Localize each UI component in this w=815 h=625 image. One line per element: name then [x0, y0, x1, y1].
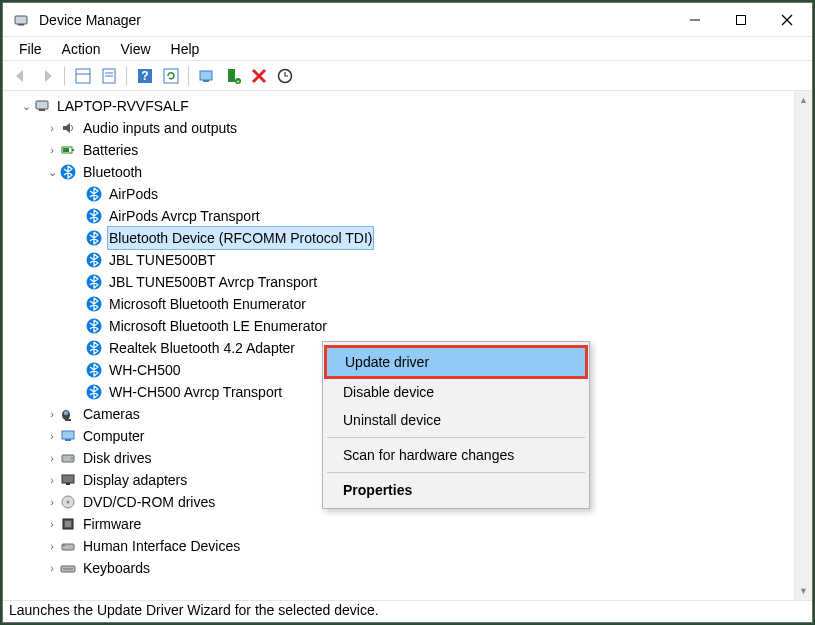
- tree-device[interactable]: AirPods: [9, 183, 794, 205]
- tree-device[interactable]: Microsoft Bluetooth Enumerator: [9, 293, 794, 315]
- svg-rect-52: [63, 545, 65, 546]
- forward-button[interactable]: [35, 64, 59, 88]
- toolbar: ? +: [3, 61, 812, 91]
- twisty-icon[interactable]: ⌄: [19, 95, 33, 117]
- bluetooth-icon: [85, 229, 103, 247]
- tree-device[interactable]: Bluetooth Device (RFCOMM Protocol TDI): [9, 227, 794, 249]
- twisty-icon[interactable]: ⌄: [45, 161, 59, 183]
- titlebar: Device Manager: [3, 3, 812, 37]
- scan-hardware-button[interactable]: [273, 64, 297, 88]
- client-area: ⌄LAPTOP-RVVFSALF›Audio inputs and output…: [3, 91, 812, 600]
- menu-action[interactable]: Action: [52, 39, 111, 59]
- menu-view[interactable]: View: [110, 39, 160, 59]
- toolbar-separator: [126, 66, 128, 86]
- tree-item-label: Batteries: [81, 139, 140, 161]
- tree-item-label: Microsoft Bluetooth Enumerator: [107, 293, 308, 315]
- install-legacy-button[interactable]: +: [221, 64, 245, 88]
- scroll-track[interactable]: [795, 109, 812, 582]
- bluetooth-icon: [85, 295, 103, 313]
- bluetooth-icon: [85, 273, 103, 291]
- svg-text:+: +: [236, 78, 240, 84]
- computer-icon: [59, 427, 77, 445]
- device-manager-window: Device Manager File Action View Help ? +…: [2, 2, 813, 623]
- vertical-scrollbar[interactable]: ▲ ▼: [794, 91, 812, 600]
- svg-rect-14: [200, 71, 212, 80]
- twisty-icon[interactable]: ›: [45, 469, 59, 491]
- tree-item-label: WH-CH500: [107, 359, 183, 381]
- window-title: Device Manager: [39, 12, 672, 28]
- tree-item-label: Firmware: [81, 513, 143, 535]
- menu-help[interactable]: Help: [161, 39, 210, 59]
- svg-point-48: [67, 501, 70, 504]
- twisty-icon[interactable]: ›: [45, 425, 59, 447]
- twisty-icon[interactable]: ›: [45, 491, 59, 513]
- twisty-icon[interactable]: ›: [45, 139, 59, 161]
- twisty-icon[interactable]: ›: [45, 557, 59, 579]
- refresh-button[interactable]: [159, 64, 183, 88]
- status-bar: Launches the Update Driver Wizard for th…: [3, 600, 812, 622]
- tree-category[interactable]: ›Keyboards: [9, 557, 794, 579]
- context-menu-item[interactable]: Update driver: [325, 346, 587, 378]
- menu-file[interactable]: File: [9, 39, 52, 59]
- svg-rect-50: [65, 521, 71, 527]
- uninstall-button[interactable]: [247, 64, 271, 88]
- tree-category[interactable]: ›Audio inputs and outputs: [9, 117, 794, 139]
- tree-item-label: AirPods Avrcp Transport: [107, 205, 262, 227]
- tree-root[interactable]: ⌄LAPTOP-RVVFSALF: [9, 95, 794, 117]
- tree-device[interactable]: JBL TUNE500BT: [9, 249, 794, 271]
- bluetooth-icon: [85, 361, 103, 379]
- app-icon: [13, 12, 29, 28]
- disk-icon: [59, 449, 77, 467]
- keyboard-icon: [59, 559, 77, 577]
- tree-item-label: Computer: [81, 425, 146, 447]
- tree-item-label: AirPods: [107, 183, 160, 205]
- context-menu-item[interactable]: Uninstall device: [325, 406, 587, 434]
- tree-item-label: Display adapters: [81, 469, 189, 491]
- toolbar-separator: [64, 66, 66, 86]
- show-hide-tree-button[interactable]: [71, 64, 95, 88]
- context-menu-item[interactable]: Properties: [325, 476, 587, 504]
- twisty-icon[interactable]: ›: [45, 513, 59, 535]
- twisty-icon[interactable]: ›: [45, 117, 59, 139]
- svg-rect-42: [65, 439, 71, 441]
- svg-rect-6: [76, 69, 90, 83]
- tree-category[interactable]: ›Firmware: [9, 513, 794, 535]
- properties-button[interactable]: [97, 64, 121, 88]
- twisty-icon[interactable]: ›: [45, 403, 59, 425]
- svg-rect-23: [39, 109, 45, 111]
- twisty-icon[interactable]: ›: [45, 447, 59, 469]
- twisty-icon[interactable]: ›: [45, 535, 59, 557]
- minimize-button[interactable]: [672, 3, 718, 36]
- tree-category[interactable]: ⌄Bluetooth: [9, 161, 794, 183]
- scroll-up-arrow[interactable]: ▲: [795, 91, 812, 109]
- battery-icon: [59, 141, 77, 159]
- tree-item-label: Disk drives: [81, 447, 153, 469]
- context-menu-item[interactable]: Scan for hardware changes: [325, 441, 587, 469]
- svg-rect-22: [36, 101, 48, 109]
- tree-item-label: Audio inputs and outputs: [81, 117, 239, 139]
- tree-category[interactable]: ›Batteries: [9, 139, 794, 161]
- tree-device[interactable]: JBL TUNE500BT Avrcp Transport: [9, 271, 794, 293]
- svg-point-44: [71, 458, 73, 460]
- tree-item-label: Human Interface Devices: [81, 535, 242, 557]
- svg-rect-13: [164, 69, 178, 83]
- update-driver-button[interactable]: [195, 64, 219, 88]
- context-menu-item[interactable]: Disable device: [325, 378, 587, 406]
- tree-device[interactable]: AirPods Avrcp Transport: [9, 205, 794, 227]
- scroll-down-arrow[interactable]: ▼: [795, 582, 812, 600]
- bluetooth-icon: [85, 317, 103, 335]
- tree-item-label: Realtek Bluetooth 4.2 Adapter: [107, 337, 297, 359]
- svg-rect-25: [72, 149, 74, 151]
- bluetooth-icon: [85, 383, 103, 401]
- window-controls: [672, 3, 810, 36]
- context-menu: Update driverDisable deviceUninstall dev…: [322, 341, 590, 509]
- close-button[interactable]: [764, 3, 810, 36]
- help-button[interactable]: ?: [133, 64, 157, 88]
- tree-category[interactable]: ›Human Interface Devices: [9, 535, 794, 557]
- bluetooth-icon: [85, 207, 103, 225]
- tree-item-label: Microsoft Bluetooth LE Enumerator: [107, 315, 329, 337]
- back-button[interactable]: [9, 64, 33, 88]
- tree-device[interactable]: Microsoft Bluetooth LE Enumerator: [9, 315, 794, 337]
- maximize-button[interactable]: [718, 3, 764, 36]
- toolbar-separator: [188, 66, 190, 86]
